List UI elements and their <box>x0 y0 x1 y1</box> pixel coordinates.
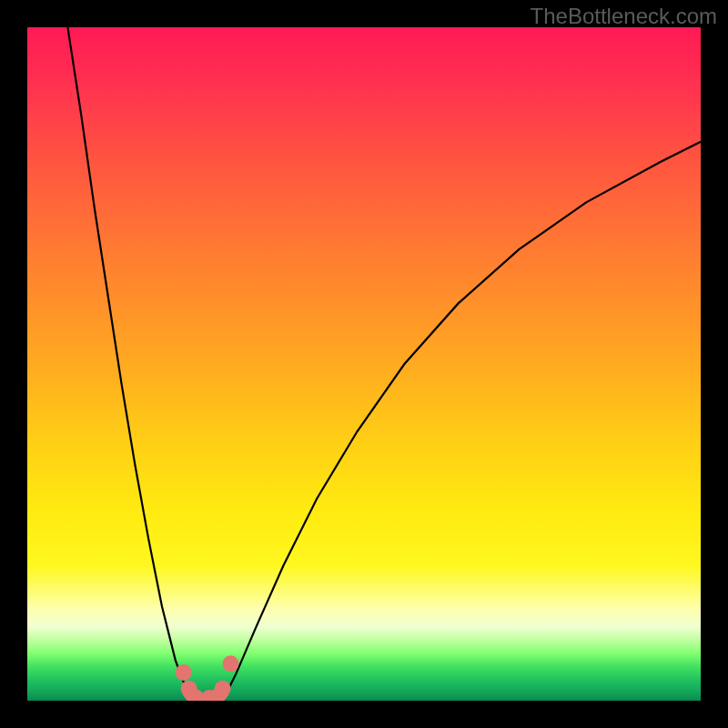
chart-container: TheBottleneck.com <box>0 0 728 728</box>
valley-dot <box>222 655 238 672</box>
curve-left <box>67 27 196 701</box>
valley-dot <box>176 664 192 681</box>
valley-dots <box>176 655 239 701</box>
curve-right <box>223 142 701 701</box>
chart-svg <box>27 27 701 701</box>
watermark-text: TheBottleneck.com <box>531 4 717 29</box>
valley-dot <box>215 681 231 697</box>
